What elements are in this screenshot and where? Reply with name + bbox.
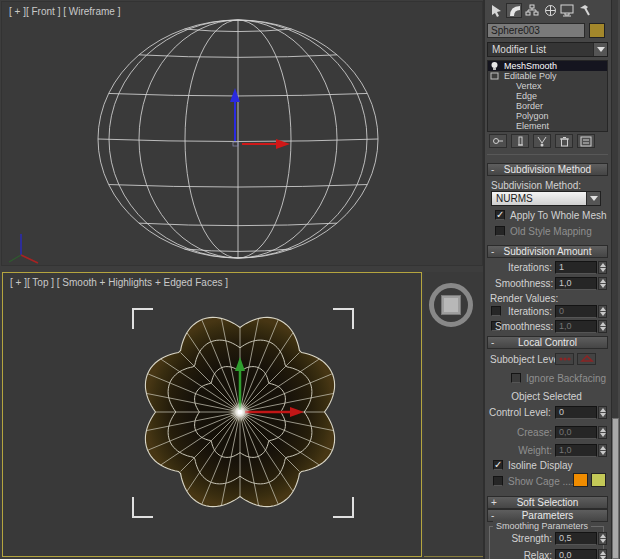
strength-field[interactable]: 0,5 bbox=[555, 532, 597, 545]
display-monitor-icon bbox=[560, 4, 574, 17]
modify-bend-icon bbox=[508, 4, 521, 17]
render-iterations-spinner[interactable] bbox=[598, 305, 607, 318]
collapse-icon: - bbox=[491, 246, 494, 257]
weight-spinner[interactable] bbox=[598, 444, 607, 457]
stack-item-element[interactable]: Element bbox=[488, 121, 607, 131]
collapse-icon: - bbox=[491, 164, 494, 175]
subobject-level-label: Subobject Level: bbox=[490, 354, 564, 365]
rollout-subdivision-method[interactable]: - Subdivision Method bbox=[487, 163, 608, 176]
smoothness-field[interactable]: 1,0 bbox=[555, 277, 597, 290]
weight-label: Weight: bbox=[495, 445, 552, 456]
show-cage-label: Show Cage ...... bbox=[508, 476, 579, 487]
stack-item-border[interactable]: Border bbox=[488, 101, 607, 111]
pin-stack-button[interactable] bbox=[489, 134, 507, 148]
utilities-tab[interactable] bbox=[576, 3, 592, 18]
stack-item-label: Vertex bbox=[516, 81, 542, 91]
stack-item-edge[interactable]: Edge bbox=[488, 91, 607, 101]
render-smoothness-spinner[interactable] bbox=[598, 320, 607, 333]
smoothness-spinner[interactable] bbox=[598, 277, 607, 290]
rollout-title: Soft Selection bbox=[517, 497, 579, 508]
stack-item-polygon[interactable]: Polygon bbox=[488, 111, 607, 121]
stack-item-label: Editable Poly bbox=[504, 71, 557, 81]
motion-tab[interactable] bbox=[542, 3, 558, 18]
configure-modifier-sets-button[interactable] bbox=[577, 134, 595, 148]
apply-whole-mesh-label: Apply To Whole Mesh bbox=[510, 210, 607, 221]
cage-color-swatch-2[interactable] bbox=[591, 473, 606, 487]
rollout-soft-selection[interactable]: + Soft Selection bbox=[487, 496, 608, 509]
smoothness-label: Smoothness: bbox=[495, 278, 552, 289]
ignore-backfacing-checkbox[interactable] bbox=[511, 373, 521, 383]
3dsmax-window: [ + ][ Front ] [ Wireframe ] [ + ][ Top … bbox=[0, 0, 620, 559]
control-level-spinner[interactable] bbox=[598, 406, 607, 419]
render-smoothness-field[interactable]: 1,0 bbox=[555, 320, 597, 333]
modifier-list-dropdown[interactable]: Modifier List bbox=[487, 42, 608, 57]
viewport-sliver[interactable] bbox=[424, 272, 483, 557]
render-smoothness-label: Smoothness: bbox=[495, 321, 552, 332]
stack-item-vertex[interactable]: Vertex bbox=[488, 81, 607, 91]
expand-icon: + bbox=[491, 497, 497, 508]
panel-scrollbar-thumb[interactable] bbox=[612, 418, 619, 559]
strength-label: Strength: bbox=[495, 533, 552, 544]
render-iterations-field[interactable]: 0 bbox=[555, 305, 597, 318]
iterations-field[interactable]: 1 bbox=[555, 261, 597, 274]
subdivision-method-dropdown[interactable]: NURMS bbox=[491, 191, 601, 206]
make-unique-button[interactable] bbox=[533, 134, 551, 148]
relax-spinner[interactable] bbox=[598, 549, 607, 559]
render-iterations-checkbox[interactable] bbox=[491, 306, 501, 316]
collapse-icon: - bbox=[491, 510, 494, 521]
show-cage-checkbox[interactable] bbox=[493, 476, 503, 486]
strength-spinner[interactable] bbox=[598, 532, 607, 545]
stack-item-editable-poly[interactable]: Editable Poly bbox=[488, 71, 607, 81]
viewport-front-label[interactable]: [ + ][ Front ] [ Wireframe ] bbox=[9, 6, 120, 17]
object-selected-status: Object Selected bbox=[485, 391, 608, 402]
smoothing-parameters-group-title: Smoothing Parameters bbox=[493, 521, 591, 531]
stack-item-label: Polygon bbox=[516, 111, 549, 121]
weight-field[interactable]: 1,0 bbox=[555, 444, 597, 457]
object-name-field[interactable] bbox=[487, 23, 585, 38]
show-end-result-button[interactable] bbox=[511, 134, 529, 148]
viewport-top-label[interactable]: [ + ][ Top ] [ Smooth + Highlights + Edg… bbox=[10, 277, 228, 288]
rollout-title: Local Control bbox=[518, 337, 577, 348]
remove-modifier-button[interactable] bbox=[555, 134, 573, 148]
create-tab[interactable] bbox=[488, 3, 504, 18]
stack-item-label: Edge bbox=[516, 91, 537, 101]
vertex-dots-icon bbox=[558, 355, 572, 363]
rollout-title: Parameters bbox=[522, 510, 574, 521]
modify-tab[interactable] bbox=[506, 3, 522, 18]
stack-item-label: Border bbox=[516, 101, 543, 111]
apply-whole-mesh-checkbox[interactable] bbox=[495, 210, 505, 220]
configure-sets-icon bbox=[580, 136, 592, 147]
rollout-subdivision-amount[interactable]: - Subdivision Amount bbox=[487, 245, 608, 258]
stack-item-label: MeshSmooth bbox=[504, 61, 557, 71]
viewport-top-active[interactable]: [ + ][ Top ] [ Smooth + Highlights + Edg… bbox=[2, 272, 422, 557]
utilities-hammer-icon bbox=[578, 4, 591, 17]
iterations-spinner[interactable] bbox=[598, 261, 607, 274]
control-level-field[interactable]: 0 bbox=[555, 406, 597, 419]
relax-field[interactable]: 0,0 bbox=[555, 549, 597, 559]
isoline-display-checkbox[interactable] bbox=[493, 460, 503, 470]
subobject-vertex-button[interactable] bbox=[555, 353, 574, 365]
rollout-local-control[interactable]: - Local Control bbox=[487, 336, 608, 349]
hierarchy-tab[interactable] bbox=[524, 3, 540, 18]
crease-field[interactable]: 0,0 bbox=[555, 426, 597, 439]
panel-scrollbar-track[interactable] bbox=[611, 0, 618, 559]
rollout-title: Subdivision Method bbox=[504, 164, 591, 175]
object-color-swatch[interactable] bbox=[589, 23, 605, 38]
subdivision-method-arrow[interactable] bbox=[586, 192, 600, 205]
rollout-title: Subdivision Amount bbox=[504, 246, 592, 257]
subdivision-method-label: Subdivision Method: bbox=[491, 180, 581, 191]
crease-spinner[interactable] bbox=[598, 426, 607, 439]
cage-color-swatch-1[interactable] bbox=[573, 473, 588, 487]
collapse-icon: - bbox=[491, 337, 494, 348]
modifier-list-arrow[interactable] bbox=[593, 43, 607, 56]
subobject-edge-button[interactable] bbox=[577, 353, 596, 365]
old-style-mapping-checkbox[interactable] bbox=[495, 226, 505, 236]
viewport-front[interactable]: [ + ][ Front ] [ Wireframe ] bbox=[1, 1, 483, 266]
editable-poly-icon bbox=[490, 71, 499, 81]
display-tab[interactable] bbox=[559, 3, 575, 18]
chevron-down-icon bbox=[597, 47, 605, 52]
divider bbox=[487, 154, 608, 155]
stack-item-meshsmooth[interactable]: MeshSmooth bbox=[488, 61, 607, 71]
create-arrow-icon bbox=[490, 4, 503, 17]
viewcube-top-face[interactable] bbox=[441, 295, 461, 315]
